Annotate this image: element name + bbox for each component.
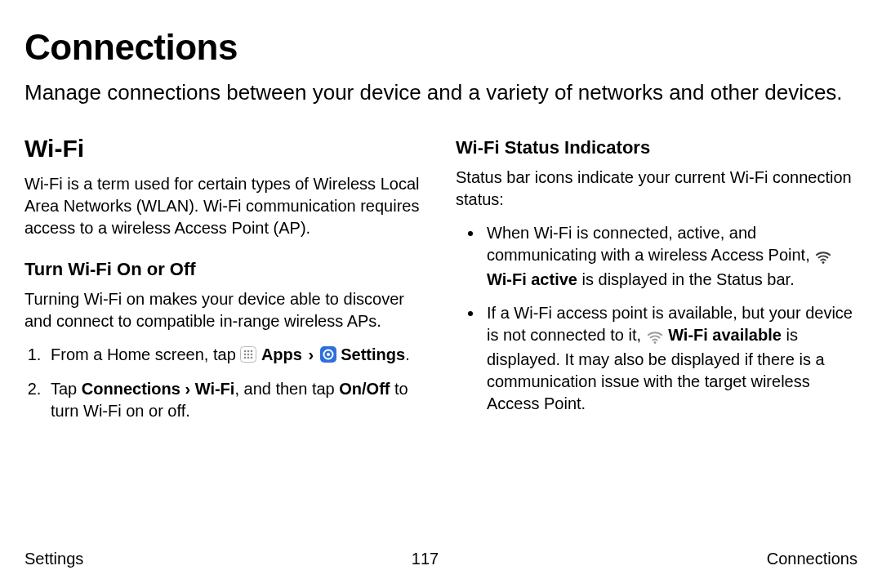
status-active-text-a: When Wi-Fi is connected, active, and com… — [487, 224, 814, 264]
step-1: From a Home screen, tap Apps › Settings. — [46, 344, 426, 368]
wifi-available-label: Wi-Fi available — [668, 326, 782, 344]
step-2: Tap Connections › Wi-Fi, and then tap On… — [46, 378, 426, 422]
step-2-text-a: Tap — [51, 380, 82, 398]
settings-icon — [320, 346, 336, 368]
wifi-available-icon — [646, 327, 664, 349]
settings-label: Settings — [341, 345, 405, 363]
page-footer: Settings 117 Connections — [24, 548, 858, 570]
right-column: Wi-Fi Status Indicators Status bar icons… — [456, 132, 858, 432]
wifi-status-intro: Status bar icons indicate your current W… — [456, 167, 858, 211]
wifi-heading: Wi-Fi — [24, 132, 426, 166]
svg-point-8 — [247, 357, 250, 359]
turn-wifi-description: Turning Wi-Fi on makes your device able … — [24, 288, 426, 332]
footer-right: Connections — [767, 548, 858, 570]
wifi-description: Wi-Fi is a term used for certain types o… — [24, 173, 426, 239]
content-columns: Wi-Fi Wi-Fi is a term used for certain t… — [24, 132, 858, 432]
svg-point-12 — [327, 353, 330, 356]
footer-page-number: 117 — [412, 548, 439, 570]
wifi-active-icon — [814, 247, 832, 269]
steps-list: From a Home screen, tap Apps › Settings.… — [24, 344, 426, 422]
svg-point-2 — [247, 350, 250, 353]
svg-point-4 — [244, 354, 247, 356]
step-2-bold-a: Connections › Wi-Fi — [82, 380, 235, 398]
page-title: Connections — [24, 23, 858, 71]
left-column: Wi-Fi Wi-Fi is a term used for certain t… — [24, 132, 426, 432]
step-1-text-a: From a Home screen, tap — [51, 345, 240, 363]
svg-point-13 — [822, 261, 825, 264]
apps-icon — [240, 346, 256, 368]
status-item-available: If a Wi-Fi access point is available, bu… — [483, 302, 858, 415]
page-intro: Manage connections between your device a… — [24, 79, 858, 106]
svg-point-5 — [247, 354, 250, 356]
svg-point-6 — [251, 354, 253, 356]
step-2-bold-b: On/Off — [339, 380, 390, 398]
svg-point-1 — [244, 350, 247, 353]
breadcrumb-chevron: › — [306, 345, 319, 363]
status-active-text-b: is displayed in the Status bar. — [577, 270, 795, 288]
step-2-text-b: , and then tap — [234, 380, 339, 398]
status-item-active: When Wi-Fi is connected, active, and com… — [483, 222, 858, 291]
svg-point-7 — [244, 357, 247, 359]
svg-point-9 — [251, 357, 253, 359]
step-1-end: . — [405, 345, 410, 363]
apps-label: Apps — [261, 345, 302, 363]
status-list: When Wi-Fi is connected, active, and com… — [456, 222, 858, 415]
svg-point-14 — [653, 341, 656, 344]
footer-left: Settings — [24, 548, 83, 570]
wifi-active-label: Wi-Fi active — [487, 270, 577, 288]
wifi-status-heading: Wi-Fi Status Indicators — [456, 136, 858, 160]
svg-point-3 — [251, 350, 253, 353]
turn-wifi-heading: Turn Wi-Fi On or Off — [24, 257, 426, 282]
